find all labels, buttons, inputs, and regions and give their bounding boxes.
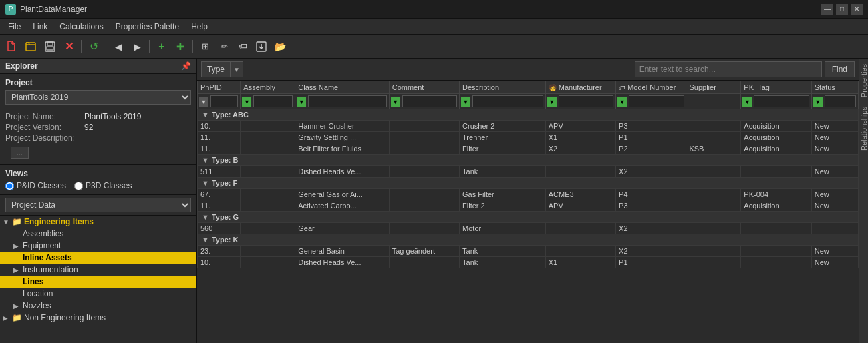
project-description-button[interactable]: ... xyxy=(11,147,29,159)
project-info: Project Name: PlantTools 2019 Project Ve… xyxy=(0,109,196,165)
grid-button[interactable]: ⊞ xyxy=(196,38,214,55)
th-pnpid[interactable]: PnPID xyxy=(198,81,241,94)
table-row[interactable]: 10.Hammer CrusherCrusher 2APVP3Acquisiti… xyxy=(198,121,859,132)
th-model-number[interactable]: 🏷 Model Number xyxy=(616,81,686,94)
th-pk-tag[interactable]: PK_Tag xyxy=(741,81,811,94)
type-dropdown-arrow: ▼ xyxy=(230,62,243,77)
th-status[interactable]: Status xyxy=(811,81,858,94)
tree-item-non-engineering-items[interactable]: ▶ 📁 Non Engineering Items xyxy=(0,312,196,324)
filter-comment: ▼ xyxy=(389,94,459,109)
search-input[interactable] xyxy=(635,61,822,77)
filter-icon-pnpid[interactable]: ▼ xyxy=(199,97,208,107)
filter-icon-model[interactable]: ▼ xyxy=(617,97,627,107)
views-label: Views xyxy=(5,169,191,178)
refresh-button[interactable]: ↺ xyxy=(85,38,102,55)
filter-icon-classname[interactable]: ▼ xyxy=(297,97,306,107)
grid-container[interactable]: PnPID Assembly Class Name Comment Descri… xyxy=(197,81,859,343)
table-row[interactable]: 11.Activated Carbo...Filter 2APVP3Acquis… xyxy=(198,200,859,212)
type-dropdown[interactable]: Type ▼ xyxy=(201,61,243,77)
nav-right-button[interactable]: ▶ xyxy=(128,38,146,55)
th-supplier[interactable]: Supplier xyxy=(686,81,741,94)
tag-button[interactable]: 🏷 xyxy=(234,38,251,55)
table-row[interactable]: 67.General Gas or Ai...Gas FilterACME3P4… xyxy=(198,189,859,200)
folder-open-button[interactable]: 📂 xyxy=(271,38,289,55)
filter-input-classname[interactable] xyxy=(308,95,386,107)
filter-input-assembly[interactable] xyxy=(253,95,293,107)
th-comment[interactable]: Comment xyxy=(389,81,459,94)
toolbar-separator-2 xyxy=(106,40,106,53)
close-button[interactable]: ✕ xyxy=(851,4,863,15)
filter-input-model[interactable] xyxy=(629,95,684,107)
type-header-row: ▼Type: B xyxy=(198,155,859,166)
side-properties-panel: Properties Relationships xyxy=(859,59,868,343)
tree-item-location[interactable]: ▶ Location xyxy=(0,288,196,300)
non-engineering-items-icon: 📁 xyxy=(12,313,23,322)
tree-item-lines[interactable]: ▶ Lines xyxy=(0,276,196,288)
assemblies-label: Assemblies xyxy=(23,229,63,238)
th-description[interactable]: Description xyxy=(460,81,546,94)
maximize-button[interactable]: □ xyxy=(836,4,848,15)
data-source-select[interactable]: Project Data xyxy=(5,198,191,212)
table-row[interactable]: 10.Dished Heads Ve...TankX1P1New xyxy=(198,257,859,268)
add-button[interactable]: + xyxy=(153,38,170,55)
project-select[interactable]: PlantTools 2019 xyxy=(5,90,191,105)
table-row[interactable]: 560GearMotorX2 xyxy=(198,223,859,234)
edit-button[interactable]: ✏ xyxy=(215,38,233,55)
menu-link[interactable]: Link xyxy=(27,21,53,33)
filter-icon-assembly[interactable]: ▼ xyxy=(242,97,251,107)
instrumentation-label: Instrumentation xyxy=(23,265,78,274)
sidebar-header: Explorer 📌 xyxy=(0,59,196,74)
filter-icon-manufacturer[interactable]: ▼ xyxy=(547,97,557,107)
filter-icon-description[interactable]: ▼ xyxy=(461,97,470,107)
tree-item-inline-assets[interactable]: ▶ Inline Assets xyxy=(0,252,196,264)
new-button[interactable] xyxy=(4,38,21,55)
p3d-classes-radio[interactable]: P3D Classes xyxy=(74,181,132,190)
instrumentation-expander: ▶ xyxy=(13,266,23,274)
delete-button[interactable]: ✕ xyxy=(60,38,78,55)
pid-classes-radio[interactable]: P&ID Classes xyxy=(5,181,66,190)
filter-input-comment[interactable] xyxy=(402,95,457,107)
nav-left-button[interactable]: ◀ xyxy=(110,38,127,55)
filter-input-manufacturer[interactable] xyxy=(559,95,613,107)
relationships-label[interactable]: Relationships xyxy=(860,104,868,153)
open-button[interactable] xyxy=(23,38,40,55)
type-dropdown-label: Type xyxy=(202,65,230,74)
menu-calculations[interactable]: Calculations xyxy=(54,21,108,33)
save-button[interactable] xyxy=(41,38,59,55)
lines-label: Lines xyxy=(23,277,43,286)
filter-input-description[interactable] xyxy=(472,95,543,107)
table-row[interactable]: 511Dished Heads Ve...TankX2New xyxy=(198,166,859,178)
menu-file[interactable]: File xyxy=(3,21,26,33)
column-headers: PnPID Assembly Class Name Comment Descri… xyxy=(198,81,859,94)
tree-item-engineering-items[interactable]: ▼ 📁 Engineering Items xyxy=(0,216,196,228)
find-button[interactable]: Find xyxy=(825,61,855,77)
menu-bar: File Link Calculations Properties Palett… xyxy=(0,19,868,35)
export-button[interactable] xyxy=(253,38,270,55)
filter-input-status[interactable] xyxy=(825,95,856,107)
minimize-button[interactable]: — xyxy=(821,4,833,15)
add2-button[interactable]: ✚ xyxy=(172,38,189,55)
filter-input-pk-tag[interactable] xyxy=(754,95,809,107)
properties-label[interactable]: Properties xyxy=(860,61,868,100)
pin-icon[interactable]: 📌 xyxy=(181,61,191,71)
filter-icon-comment[interactable]: ▼ xyxy=(391,97,400,107)
tree-item-instrumentation[interactable]: ▶ Instrumentation xyxy=(0,264,196,276)
tree-item-equipment[interactable]: ▶ Equipment xyxy=(0,240,196,252)
table-row[interactable]: 23.General BasinTag geändertTankX2New xyxy=(198,246,859,257)
th-manufacturer[interactable]: 🧑 Manufacturer xyxy=(545,81,615,94)
grid-body: ▼Type: ABC10.Hammer CrusherCrusher 2APVP… xyxy=(198,109,859,268)
filter-icon-status[interactable]: ▼ xyxy=(813,97,823,107)
engineering-items-label: Engineering Items xyxy=(24,217,94,226)
menu-properties-palette[interactable]: Properties Palette xyxy=(110,21,184,33)
sidebar-title: Explorer xyxy=(5,61,38,71)
filter-icon-pk-tag[interactable]: ▼ xyxy=(742,97,752,107)
tree-item-assemblies[interactable]: ▶ Assemblies xyxy=(0,228,196,240)
table-row[interactable]: 11.Gravity Settling ...TrennerX1P1Acquis… xyxy=(198,132,859,143)
menu-help[interactable]: Help xyxy=(186,21,213,33)
table-row[interactable]: 11.Belt Filter for FluidsFilterX2P2KSBAc… xyxy=(198,143,859,155)
th-classname[interactable]: Class Name xyxy=(295,81,389,94)
tree-item-nozzles[interactable]: ▶ Nozzles xyxy=(0,300,196,312)
filter-assembly: ▼ xyxy=(241,94,295,109)
th-assembly[interactable]: Assembly xyxy=(241,81,295,94)
filter-input-pnpid[interactable] xyxy=(210,95,238,107)
